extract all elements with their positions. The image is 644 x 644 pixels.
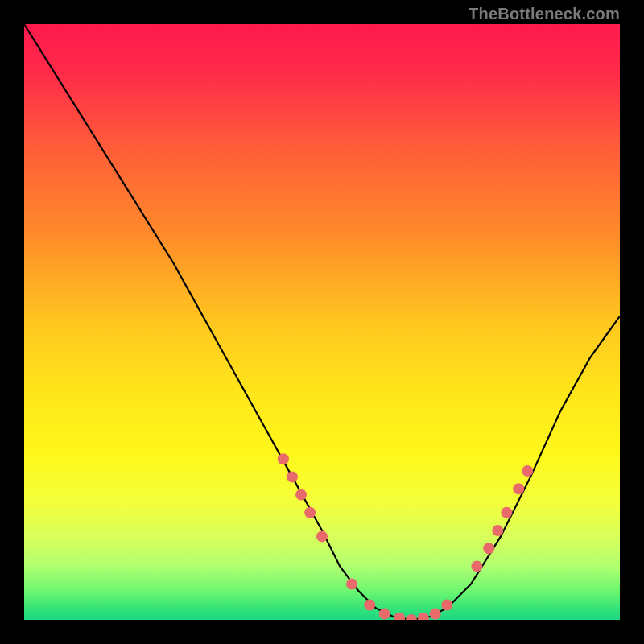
- data-marker: [304, 507, 316, 518]
- data-marker: [501, 507, 512, 518]
- data-marker: [278, 453, 289, 464]
- data-marker: [522, 465, 533, 477]
- chart-container: TheBottleneck.com: [0, 0, 644, 644]
- data-marker: [471, 560, 482, 572]
- data-marker: [513, 483, 524, 494]
- data-marker: [364, 600, 375, 611]
- data-marker: [492, 525, 503, 536]
- data-marker: [379, 609, 390, 620]
- data-marker: [346, 579, 357, 590]
- bottleneck-chart: [24, 24, 620, 620]
- data-marker: [441, 600, 452, 611]
- watermark-text: TheBottleneck.com: [469, 5, 620, 23]
- data-marker: [295, 489, 307, 501]
- data-marker: [430, 609, 441, 620]
- data-marker: [483, 543, 494, 554]
- data-marker: [287, 471, 298, 482]
- data-marker: [316, 530, 328, 542]
